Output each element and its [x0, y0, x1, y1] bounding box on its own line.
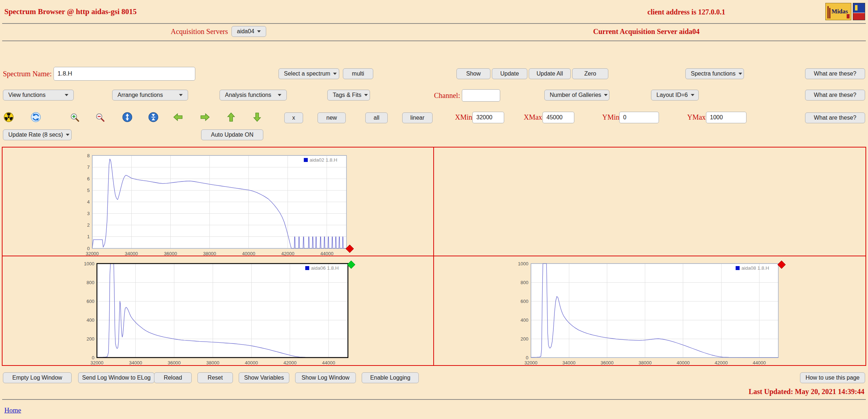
ymax-label: YMax: [687, 113, 706, 121]
svg-text:400: 400: [520, 317, 528, 323]
home-link[interactable]: Home: [4, 406, 21, 414]
svg-text:44000: 44000: [322, 360, 335, 365]
gallery-cell-2[interactable]: [434, 147, 865, 256]
update-rate-dropdown[interactable]: Update Rate (8 secs): [3, 129, 72, 140]
current-server-text: Current Acquisition Server aida04: [593, 27, 699, 36]
tags-fits-dropdown[interactable]: Tags & Fits: [327, 90, 370, 101]
svg-text:44000: 44000: [753, 360, 766, 365]
show-log-window-button[interactable]: Show Log Window: [295, 372, 356, 383]
xmin-input[interactable]: [472, 112, 504, 123]
pan-right-icon[interactable]: [200, 112, 210, 122]
xmax-input[interactable]: [542, 112, 574, 123]
server-row: Acquisition Servers aida04 Current Acqui…: [0, 25, 868, 38]
svg-text:1: 1: [87, 234, 90, 239]
show-variables-button[interactable]: Show Variables: [239, 372, 289, 383]
reset-button[interactable]: Reset: [197, 372, 233, 383]
layout-id-dropdown[interactable]: Layout ID=6: [651, 90, 699, 101]
chevron-down-icon: [604, 94, 608, 96]
svg-text:400: 400: [86, 317, 94, 323]
gallery-cell-1[interactable]: 3200034000360003800040000420004400001234…: [3, 147, 434, 256]
chevron-down-icon: [278, 94, 281, 96]
svg-text:36000: 36000: [600, 360, 613, 365]
svg-text:8: 8: [87, 153, 90, 158]
svg-text:34000: 34000: [562, 360, 575, 365]
spectrum-name-input[interactable]: [54, 67, 195, 81]
channel-input[interactable]: [462, 89, 500, 102]
zoom-in-icon[interactable]: [69, 112, 80, 122]
update-rate-row: Update Rate (8 secs) Auto Update ON: [0, 129, 868, 142]
all-button[interactable]: all: [365, 112, 388, 123]
svg-text:0: 0: [92, 355, 94, 360]
zoom-out-icon[interactable]: [95, 112, 105, 122]
what-are-these-button[interactable]: What are these?: [805, 90, 865, 101]
multi-button[interactable]: multi: [343, 68, 373, 79]
toolbar-row: x new all linear XMin XMax YMin YMax Wha…: [0, 111, 868, 125]
select-spectrum-value: Select a spectrum: [284, 70, 330, 77]
zero-button[interactable]: Zero: [572, 68, 608, 79]
experiment-logo-figure: [855, 5, 858, 10]
gallery-cell-3[interactable]: 3200034000360003800040000420004400002004…: [3, 256, 434, 365]
svg-text:42000: 42000: [715, 360, 728, 365]
radiation-icon[interactable]: [4, 112, 14, 122]
svg-text:3: 3: [87, 211, 90, 216]
client-address: client address is 127.0.0.1: [647, 8, 725, 16]
how-to-use-button[interactable]: How to use this page: [800, 372, 865, 383]
gallery-grid: 3200034000360003800040000420004400001234…: [2, 147, 866, 366]
refresh-icon[interactable]: [31, 112, 41, 122]
midas-logo: Midas: [825, 3, 851, 20]
svg-text:38000: 38000: [639, 360, 652, 365]
select-spectrum-dropdown[interactable]: Select a spectrum: [278, 68, 339, 79]
acquisition-servers-label: Acquisition Servers: [171, 27, 228, 36]
pan-down-icon[interactable]: [252, 112, 262, 122]
svg-text:40000: 40000: [245, 360, 258, 365]
enable-logging-button[interactable]: Enable Logging: [362, 372, 419, 383]
what-are-these-button[interactable]: What are these?: [805, 112, 865, 123]
auto-update-button[interactable]: Auto Update ON: [201, 129, 263, 140]
svg-text:7: 7: [87, 164, 90, 170]
linear-button[interactable]: linear: [402, 112, 433, 123]
analysis-functions-value: Analysis functions: [225, 92, 271, 98]
view-functions-dropdown[interactable]: View functions: [3, 90, 74, 101]
svg-text:1000: 1000: [84, 261, 94, 266]
reload-button[interactable]: Reload: [154, 372, 192, 383]
spectrum-row: Spectrum Name: Select a spectrum multi S…: [0, 67, 868, 81]
svg-text:aida02 1.8.H: aida02 1.8.H: [310, 157, 337, 163]
svg-text:38000: 38000: [203, 251, 216, 256]
acquisition-server-select[interactable]: aida04: [231, 26, 266, 37]
spectra-functions-dropdown[interactable]: Spectra functions: [685, 68, 744, 79]
what-are-these-button[interactable]: What are these?: [805, 68, 865, 79]
spectra-functions-value: Spectra functions: [691, 70, 736, 77]
spectrum-chart-aida06[interactable]: 3200034000360003800040000420004400002004…: [81, 261, 360, 369]
empty-log-window-button[interactable]: Empty Log Window: [3, 372, 72, 383]
svg-text:42000: 42000: [281, 251, 294, 256]
pan-up-icon[interactable]: [226, 112, 236, 122]
svg-text:200: 200: [86, 336, 94, 342]
svg-text:32000: 32000: [90, 360, 103, 365]
update-all-button[interactable]: Update All: [529, 68, 571, 79]
update-button[interactable]: Update: [492, 68, 527, 79]
svg-text:34000: 34000: [125, 251, 138, 256]
ymax-input[interactable]: [706, 112, 746, 123]
midas-logo-bar: [829, 8, 830, 18]
svg-text:1000: 1000: [518, 261, 528, 266]
pan-left-icon[interactable]: [173, 112, 183, 122]
svg-text:0: 0: [87, 246, 90, 251]
expand-vertical-icon[interactable]: [122, 112, 132, 122]
new-button[interactable]: new: [318, 112, 346, 123]
ymin-label: YMin: [602, 113, 620, 121]
show-button[interactable]: Show: [456, 68, 490, 79]
number-of-galleries-dropdown[interactable]: Number of Galleries: [544, 90, 609, 101]
send-log-to-elog-button[interactable]: Send Log Window to ELog: [78, 372, 154, 383]
svg-text:42000: 42000: [284, 360, 297, 365]
analysis-functions-dropdown[interactable]: Analysis functions: [220, 90, 287, 101]
arrange-functions-dropdown[interactable]: Arrange functions: [112, 90, 188, 101]
svg-text:800: 800: [520, 280, 528, 285]
compress-vertical-icon[interactable]: [148, 112, 158, 122]
chevron-down-icon: [66, 134, 69, 136]
chevron-down-icon: [257, 30, 261, 33]
spectrum-chart-aida02[interactable]: 3200034000360003800040000420004400001234…: [76, 153, 359, 260]
spectrum-chart-aida08[interactable]: 3200034000360003800040000420004400002004…: [515, 261, 791, 369]
ymin-input[interactable]: [619, 112, 659, 123]
x-button[interactable]: x: [284, 112, 303, 123]
gallery-cell-4[interactable]: 3200034000360003800040000420004400002004…: [434, 256, 865, 365]
